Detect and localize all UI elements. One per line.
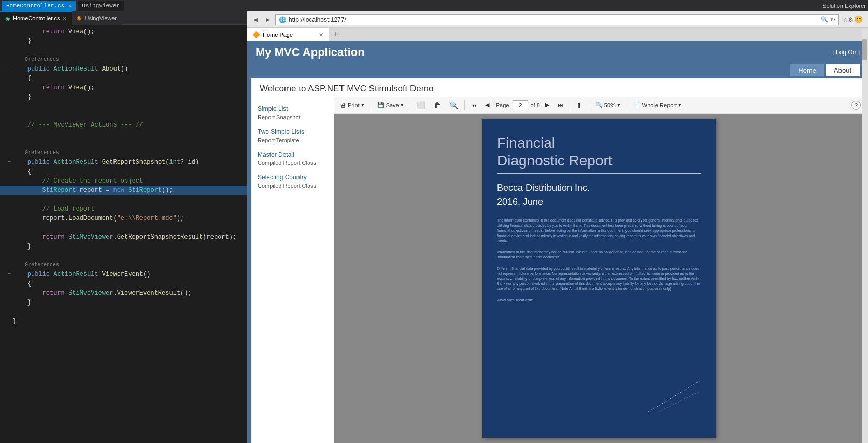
page-number-input[interactable] xyxy=(513,100,528,110)
print-label: Print xyxy=(348,102,360,108)
last-page-button[interactable]: ⏭ xyxy=(554,101,566,109)
code-line: return View(); xyxy=(0,27,247,36)
selecting-country-link[interactable]: Selecting Country xyxy=(258,174,328,181)
svg-line-1 xyxy=(659,391,700,412)
tab-close-icon[interactable]: ✕ xyxy=(68,3,72,9)
save-label: Save xyxy=(386,102,399,108)
report-disclaimer-para3: Different financial data provided by you… xyxy=(497,266,701,292)
code-line xyxy=(0,111,247,120)
code-line: // --- MvcViewer Actions --- // xyxy=(0,120,247,130)
export-button[interactable]: ⬆ xyxy=(573,100,586,110)
title-bar: HomeController.cs ✕ UsingViewer Solution… xyxy=(0,0,868,11)
browser-forward-button[interactable]: ▶ xyxy=(263,15,273,25)
toolbar-separator-6 xyxy=(627,100,627,110)
code-line: return StiMvcViewer.GetReportSnapshotRes… xyxy=(0,232,247,242)
settings-icon[interactable]: ⚙ xyxy=(849,15,853,24)
user-icon[interactable]: 😊 xyxy=(854,15,863,24)
search-icon[interactable]: 🔍 xyxy=(821,16,828,23)
save-dropdown-icon: ▾ xyxy=(401,102,404,108)
two-simple-lists-link[interactable]: Two Simple Lists xyxy=(258,128,328,135)
code-line xyxy=(0,46,247,55)
code-line: return View(); xyxy=(0,83,247,92)
svg-line-0 xyxy=(648,381,700,412)
browser-scrollbar[interactable] xyxy=(862,29,868,443)
toolbar-separator xyxy=(371,100,371,110)
report-url: www.stimulsoft.com xyxy=(497,298,701,302)
report-company: Becca Distribution Inc. xyxy=(497,183,701,193)
code-line xyxy=(0,139,247,148)
browser-back-button[interactable]: ◀ xyxy=(250,15,261,25)
browser-tab-close-icon[interactable]: ✕ xyxy=(319,32,323,38)
browser-panel: ◀ ▶ 🌐 http://localhost:1277/ 🔍 ↻ ☆ ⚙ 😊 🔶… xyxy=(247,11,868,443)
page-label: Page xyxy=(496,102,509,108)
print-button[interactable]: 🖨 Print ▾ xyxy=(337,101,367,109)
app-title: My MVC Application xyxy=(255,46,365,59)
toolbar-separator-3 xyxy=(464,100,465,110)
title-tab-homecontroller[interactable]: HomeController.cs ✕ xyxy=(2,1,76,11)
login-link[interactable]: [ Log On ] xyxy=(832,49,860,56)
code-line: − public ActionResult About() xyxy=(0,64,247,74)
find-button[interactable]: 🔍 xyxy=(446,100,461,110)
home-nav-button[interactable]: Home xyxy=(790,64,824,76)
code-line: − public ActionResult GetReportSnapshot(… xyxy=(0,158,247,167)
code-line: } xyxy=(0,242,247,251)
code-line: return StiMvcViewer.ViewerEventResult(); xyxy=(0,288,247,298)
tab-favicon: 🔶 xyxy=(252,31,260,38)
title-tab-usingviewer[interactable]: UsingViewer xyxy=(78,1,124,11)
print-dropdown-icon: ▾ xyxy=(361,102,364,108)
code-editor: return View(); } 0references xyxy=(0,25,247,443)
save-button[interactable]: 💾 Save ▾ xyxy=(374,101,407,109)
editor-tab-usingviewer[interactable]: ◉ UsingViewer xyxy=(72,11,122,25)
report-sidebar: Simple List Report Snapshot Two Simple L… xyxy=(251,97,334,443)
code-line: { xyxy=(0,167,247,176)
report-title: Financial Diagnostic Report xyxy=(497,134,701,174)
browser-tab-label: Home Page xyxy=(263,32,293,38)
code-line: { xyxy=(0,279,247,288)
editor-tab-label: HomeController.cs xyxy=(13,15,60,21)
browser-chrome: ◀ ▶ 🌐 http://localhost:1277/ 🔍 ↻ ☆ ⚙ 😊 xyxy=(247,11,868,28)
zoom-button[interactable]: 🔍 50% ▾ xyxy=(592,101,623,109)
welcome-heading: Welcome to ASP.NET MVC Stimulsoft Demo xyxy=(251,78,864,97)
sidebar-item-selecting-country: Selecting Country Compiled Report Class xyxy=(258,174,328,190)
report-main: Welcome to ASP.NET MVC Stimulsoft Demo S… xyxy=(251,78,864,443)
tab-label: UsingViewer xyxy=(82,3,120,9)
code-line: } xyxy=(0,36,247,46)
code-line xyxy=(0,251,247,260)
delete-page-button[interactable]: 🗑 xyxy=(431,100,444,110)
prev-page-button[interactable]: ◀ xyxy=(482,101,492,109)
browser-tab-home[interactable]: 🔶 Home Page ✕ xyxy=(247,28,329,41)
view-button[interactable]: 📄 Whole Report ▾ xyxy=(630,101,685,109)
report-viewer: 🖨 Print ▾ 💾 Save ▾ xyxy=(334,97,864,443)
simple-list-desc: Report Snapshot xyxy=(258,114,301,120)
code-line xyxy=(0,130,247,139)
master-detail-link[interactable]: Master Detail xyxy=(258,151,328,158)
refresh-icon[interactable]: ↻ xyxy=(830,16,835,23)
viewer-toolbar: 🖨 Print ▾ 💾 Save ▾ xyxy=(334,97,864,114)
editor-tab-close[interactable]: ✕ xyxy=(62,16,66,21)
report-icon-button[interactable]: ⬜ xyxy=(414,100,429,110)
selecting-country-desc: Compiled Report Class xyxy=(258,183,316,189)
next-page-button[interactable]: ▶ xyxy=(542,101,552,109)
editor-tab-homecontroller[interactable]: ◉ HomeController.cs ✕ xyxy=(0,11,72,25)
toolbar-separator-4 xyxy=(570,100,570,110)
address-bar[interactable]: 🌐 http://localhost:1277/ 🔍 ↻ xyxy=(275,14,839,25)
view-dropdown-icon: ▾ xyxy=(678,102,681,108)
code-line: } xyxy=(0,316,247,326)
simple-list-link[interactable]: Simple List xyxy=(258,105,328,113)
toolbar-separator-2 xyxy=(410,100,410,110)
star-icon[interactable]: ☆ xyxy=(843,15,847,24)
code-line: report.LoadDocument("e:\\Report.mdc"); xyxy=(0,214,247,223)
code-line: 0references xyxy=(0,260,247,270)
new-tab-button[interactable]: + xyxy=(329,28,343,41)
first-page-button[interactable]: ⏮ xyxy=(468,101,480,109)
view-label: Whole Report xyxy=(642,102,677,108)
view-icon: 📄 xyxy=(633,102,641,108)
about-nav-button[interactable]: About xyxy=(826,64,860,76)
report-disclaimer-para2: Information in this document may not be … xyxy=(497,250,701,260)
app-nav: Home About xyxy=(247,62,868,78)
code-line-highlight: StiReport report = new StiReport(); xyxy=(0,186,247,195)
code-line: − public ActionResult ViewerEvent() xyxy=(0,270,247,279)
help-button[interactable]: ? xyxy=(851,101,861,110)
viewer-layout: Simple List Report Snapshot Two Simple L… xyxy=(251,97,864,443)
editor-tabs: ◉ HomeController.cs ✕ ◉ UsingViewer xyxy=(0,11,247,25)
